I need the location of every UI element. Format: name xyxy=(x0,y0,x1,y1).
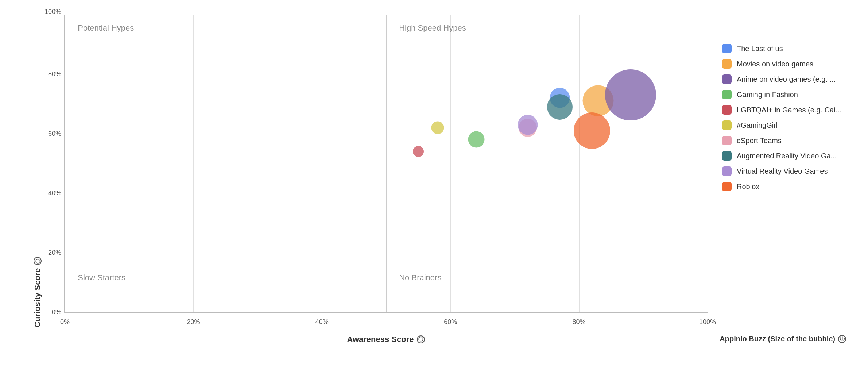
x-tick-20: 20% xyxy=(187,318,200,326)
legend-color-8 xyxy=(722,166,732,176)
legend-color-5 xyxy=(722,120,732,130)
legend-item-2: Anime on video games (e.g. ... xyxy=(722,74,853,84)
y-axis-label: Curiosity Score ⓘ xyxy=(29,15,42,327)
quadrant-label-top-right: High Speed Hypes xyxy=(399,23,466,33)
y-tick-labels xyxy=(42,15,64,327)
legend-item-6: eSport Teams xyxy=(722,136,853,145)
bubble-5[interactable] xyxy=(431,121,444,134)
legend-color-4 xyxy=(722,105,732,115)
buzz-label: Appinio Buzz (Size of the bubble) ⓘ xyxy=(720,335,846,343)
x-tick-80: 80% xyxy=(573,318,586,326)
legend-item-8: Virtual Reality Video Games xyxy=(722,166,853,176)
bubble-8[interactable] xyxy=(518,115,538,135)
legend-item-4: LGBTQAI+ in Games (e.g. Cai... xyxy=(722,105,853,115)
bubble-3[interactable] xyxy=(468,131,484,148)
bubble-2[interactable] xyxy=(605,69,656,120)
plot-area: 100% 80% 60% 40% 20% 0% 0% 20% 40% 60% 8… xyxy=(64,15,708,313)
chart-container: Curiosity Score ⓘ xyxy=(0,0,868,365)
legend-label-3: Gaming in Fashion xyxy=(737,91,798,99)
chart-area: Curiosity Score ⓘ xyxy=(29,15,861,346)
legend-color-1 xyxy=(722,59,732,69)
legend-color-7 xyxy=(722,151,732,161)
legend-label-7: Augmented Reality Video Ga... xyxy=(737,152,837,160)
legend-item-7: Augmented Reality Video Ga... xyxy=(722,151,853,161)
quadrant-divider-v xyxy=(386,15,387,312)
x-tick-100: 100% xyxy=(699,318,716,326)
x-tick-0: 0% xyxy=(60,318,70,326)
y-tick-100: 100% xyxy=(44,8,61,15)
y-tick-40: 40% xyxy=(48,189,61,197)
quadrant-label-top-left: Potential Hypes xyxy=(78,23,134,33)
x-tick-40: 40% xyxy=(315,318,329,326)
y-axis-info-icon[interactable]: ⓘ xyxy=(34,257,42,265)
y-tick-60: 60% xyxy=(48,130,61,138)
legend-label-9: Roblox xyxy=(737,182,759,191)
legend-item-0: The Last of us xyxy=(722,44,853,53)
bubble-4[interactable] xyxy=(413,146,424,157)
x-axis-info-icon[interactable]: ⓘ xyxy=(417,335,425,343)
bubble-7[interactable] xyxy=(547,94,573,120)
legend-color-9 xyxy=(722,182,732,191)
legend-color-2 xyxy=(722,74,732,84)
legend-label-0: The Last of us xyxy=(737,45,783,53)
legend-item-1: Movies on video games xyxy=(722,59,853,69)
legend-color-3 xyxy=(722,90,732,99)
buzz-info-icon[interactable]: ⓘ xyxy=(838,335,846,343)
y-tick-20: 20% xyxy=(48,249,61,257)
legend-item-9: Roblox xyxy=(722,182,853,191)
legend-color-0 xyxy=(722,44,732,53)
x-axis-label: Awareness Score xyxy=(347,335,414,344)
legend-label-1: Movies on video games xyxy=(737,60,813,68)
y-tick-80: 80% xyxy=(48,70,61,78)
legend-item-5: #GamingGirl xyxy=(722,120,853,130)
legend-area: The Last of usMovies on video gamesAnime… xyxy=(708,15,861,346)
x-axis-label-container: Awareness Score ⓘ xyxy=(64,335,708,346)
legend-label-5: #GamingGirl xyxy=(737,121,778,130)
x-tick-60: 60% xyxy=(444,318,457,326)
legend-label-4: LGBTQAI+ in Games (e.g. Cai... xyxy=(737,106,841,114)
quadrant-label-bottom-right: No Brainers xyxy=(399,273,441,283)
legend-label-6: eSport Teams xyxy=(737,137,782,145)
quadrant-label-bottom-left: Slow Starters xyxy=(78,273,125,283)
legend-label-2: Anime on video games (e.g. ... xyxy=(737,75,836,84)
legend-label-8: Virtual Reality Video Games xyxy=(737,167,828,176)
legend-item-3: Gaming in Fashion xyxy=(722,90,853,99)
legend-color-6 xyxy=(722,136,732,145)
y-tick-0: 0% xyxy=(52,308,61,316)
bubble-9[interactable] xyxy=(574,112,610,149)
